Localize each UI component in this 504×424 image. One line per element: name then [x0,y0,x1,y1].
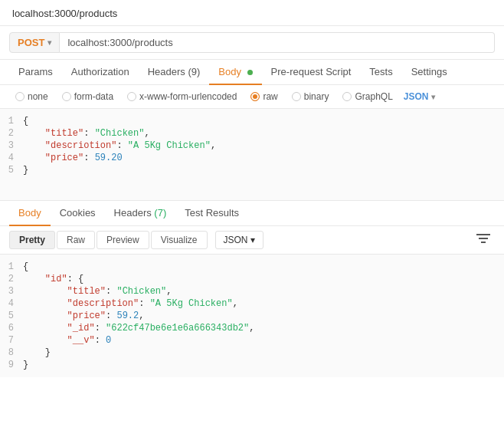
view-tab-visualize[interactable]: Visualize [151,231,208,249]
res-line-3: 3 "title": "Chicken", [0,285,504,297]
view-tab-pretty[interactable]: Pretty [9,231,55,249]
res-line-8: 8 } [0,347,504,359]
json-format-chevron-icon: ▾ [431,93,435,101]
response-format-select[interactable]: JSON ▾ [215,231,263,249]
req-line-5: 5 } [0,164,504,176]
res-line-9: 9 } [0,359,504,371]
radio-none-icon [15,92,25,101]
radio-raw[interactable]: raw [244,90,283,104]
response-tab-testresults[interactable]: Test Results [175,201,248,226]
radio-graphql-icon [342,92,352,101]
tab-body[interactable]: Body [209,60,261,85]
response-code-area: 1 { 2 "id": { 3 "title": "Chicken", 4 "d… [0,255,504,377]
method-label: POST [18,37,44,48]
response-tabs-row: Body Cookies Headers (7) Test Results [0,201,504,226]
radio-graphql[interactable]: GraphQL [336,90,398,104]
res-line-7: 7 "__v": 0 [0,334,504,347]
tab-params[interactable]: Params [9,60,62,85]
radio-urlencoded[interactable]: x-www-form-urlencoded [121,90,243,104]
response-tab-body[interactable]: Body [9,201,51,226]
response-format-chevron-icon: ▾ [250,235,255,245]
url-input[interactable] [60,32,495,53]
request-code-area: 1 { 2 "title": "Chicken", 3 "descriotion… [0,109,504,201]
tab-tests[interactable]: Tests [360,60,401,85]
res-line-1: 1 { [0,261,504,273]
tab-authorization[interactable]: Authorization [62,60,139,85]
radio-raw-icon [250,92,260,101]
response-view-tabs: Pretty Raw Preview Visualize JSON ▾ [0,226,504,255]
view-tab-preview[interactable]: Preview [97,231,149,249]
tab-headers[interactable]: Headers (9) [139,60,210,85]
method-select[interactable]: POST ▾ [9,32,60,53]
res-line-5: 5 "price": 59.2, [0,310,504,322]
request-tabs-row: Params Authorization Headers (9) Body Pr… [0,60,504,85]
tab-prerequest[interactable]: Pre-request Script [262,60,361,85]
radio-formdata-icon [62,92,71,101]
json-format-select[interactable]: JSON ▾ [404,91,435,102]
method-chevron-icon: ▾ [47,38,51,47]
radio-urlencoded-icon [127,92,136,101]
res-line-2: 2 "id": { [0,273,504,285]
req-line-1: 1 { [0,115,504,127]
tab-settings[interactable]: Settings [402,60,457,85]
url-bar-text: localhost:3000/products [12,8,117,19]
filter-icon[interactable] [472,232,495,248]
body-type-row: none form-data x-www-form-urlencoded raw… [0,85,504,109]
res-line-4: 4 "description": "A 5Kg Chicken", [0,297,504,310]
response-tab-headers[interactable]: Headers (7) [105,201,176,226]
response-tab-cookies[interactable]: Cookies [51,201,105,226]
radio-formdata[interactable]: form-data [56,90,119,104]
url-bar: localhost:3000/products [0,0,504,26]
view-tab-raw[interactable]: Raw [57,231,95,249]
req-line-3: 3 "descriotion": "A 5Kg Chicken", [0,140,504,152]
radio-binary[interactable]: binary [286,90,335,104]
res-line-6: 6 "_id": "622cf47be6e1e6a666343db2", [0,322,504,334]
radio-none[interactable]: none [9,90,54,104]
request-bar: POST ▾ [0,26,504,60]
req-line-4: 4 "price": 59.20 [0,152,504,164]
radio-binary-icon [292,92,301,101]
req-line-2: 2 "title": "Chicken", [0,127,504,140]
body-dot-icon [247,70,253,75]
